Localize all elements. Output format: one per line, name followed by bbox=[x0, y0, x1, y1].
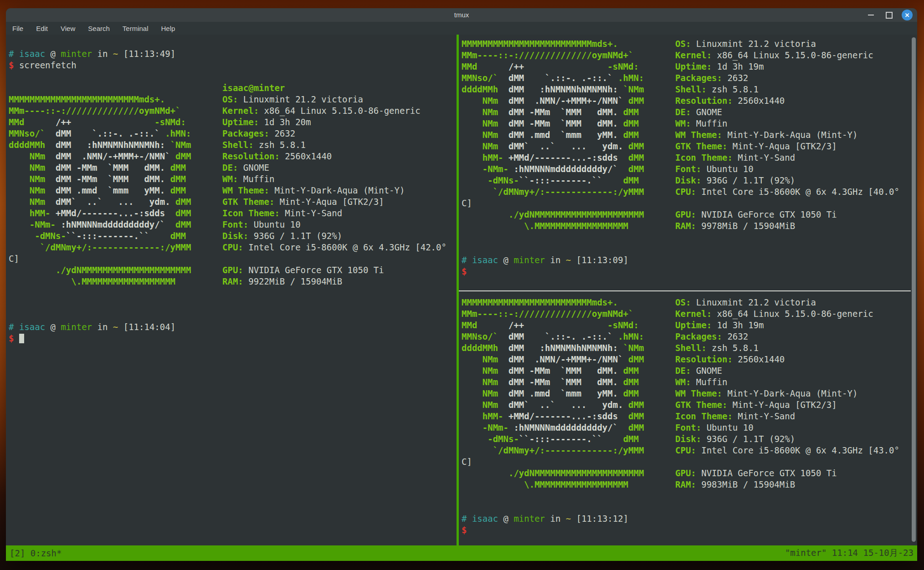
tmux-pane-right-top[interactable]: MMMMMMMMMMMMMMMMMMMMMMMMMmds+. OS: Linux… bbox=[459, 35, 917, 290]
terminal-line: # isaac @ minter in ~ [11:13:12] bbox=[462, 513, 917, 524]
terminal-line: MMMMMMMMMMMMMMMMMMMMMMMMMmds+. OS: Linux… bbox=[462, 297, 917, 308]
terminal-line bbox=[462, 490, 917, 502]
terminal-line: NMm dMM .NMN/-+MMM+-/NMN` dMM Resolution… bbox=[462, 95, 917, 107]
text-cursor bbox=[19, 334, 24, 343]
terminal-line: MMd /++ -sNMd: Uptime: 1d 3h 19m bbox=[462, 320, 917, 331]
window-title: tmux bbox=[6, 8, 917, 22]
terminal-line bbox=[9, 71, 459, 82]
terminal-line: $ bbox=[9, 333, 459, 344]
menu-bar: FileEditViewSearchTerminalHelp bbox=[6, 22, 917, 35]
terminal-line: ddddMMh dMM :hNMNMNhNMNMNh: `NMm Shell: … bbox=[462, 84, 917, 95]
terminal-line: NMm dMM .mmd `mmm yMM. dMM WM Theme: Min… bbox=[462, 129, 917, 141]
tmux-pane-left[interactable]: # isaac @ minter in ~ [11:13:49]$ screen… bbox=[6, 35, 459, 545]
terminal-line: hMM- +MMd/-------...-:sdds dMM Icon Them… bbox=[9, 208, 459, 219]
terminal-line: -dMNs-``-:::-------.`` dMM Disk: 936G / … bbox=[462, 175, 917, 186]
menu-item-view[interactable]: View bbox=[61, 25, 75, 32]
terminal-line: NMm dMM -MMm `MMM dMM. dMM DE: GNOME bbox=[462, 365, 917, 377]
menu-item-help[interactable]: Help bbox=[161, 25, 175, 32]
terminal-line: -NMm- :hNMNNNmdddddddddy/` dMM Font: Ubu… bbox=[462, 422, 917, 433]
terminal-line: -NMm- :hNMNNNmdddddddddy/` dMM Font: Ubu… bbox=[462, 163, 917, 175]
tmux-status-bar: [2] 0:zsh* "minter" 11:14 15-10月-23 bbox=[6, 545, 917, 561]
close-icon: ✕ bbox=[905, 12, 910, 19]
terminal-line: # isaac @ minter in ~ [11:13:09] bbox=[462, 254, 917, 266]
terminal-line: -NMm- :hNMNNNmdddddddddy/` dMM Font: Ubu… bbox=[9, 219, 459, 230]
title-bar[interactable]: tmux ✕ bbox=[6, 8, 917, 22]
terminal-line: $ bbox=[462, 266, 917, 277]
terminal-line bbox=[462, 502, 917, 513]
maximize-icon bbox=[886, 12, 893, 19]
terminal-line: `/dMNmy+/:-------------:/yMMM CPU: Intel… bbox=[9, 242, 459, 253]
terminal-line: ./ydNMMMMMMMMMMMMMMMMMMMMM GPU: NVIDIA G… bbox=[462, 209, 917, 220]
menu-item-search[interactable]: Search bbox=[88, 25, 110, 32]
terminal-line bbox=[9, 299, 459, 310]
terminal-line: NMm dMM .mmd `mmm yMM. dMM WM Theme: Min… bbox=[9, 185, 459, 196]
terminal-line: hMM- +MMd/-------...-:sdds dMM Icon Them… bbox=[462, 152, 917, 163]
terminal-line: `/dMNmy+/:-------------:/yMMM CPU: Intel… bbox=[462, 186, 917, 198]
terminal-line: hMM- +MMd/-------...-:sdds dMM Icon Them… bbox=[462, 411, 917, 422]
minimize-icon bbox=[868, 15, 874, 15]
terminal-line: MMd /++ -sNMd: Uptime: 1d 3h 19m bbox=[462, 61, 917, 72]
terminal-line: # isaac @ minter in ~ [11:14:04] bbox=[9, 321, 459, 333]
terminal-line bbox=[9, 287, 459, 299]
terminal-line: -dMNs-``-:::-------.`` dMM Disk: 936G / … bbox=[9, 230, 459, 242]
terminal-line: MMd /++ -sNMd: Uptime: 1d 3h 20m bbox=[9, 117, 459, 128]
terminal-line: NMm dMM -MMm `MMM dMM. dMM DE: GNOME bbox=[462, 107, 917, 118]
terminal-line: ./ydNMMMMMMMMMMMMMMMMMMMMM GPU: NVIDIA G… bbox=[462, 468, 917, 479]
terminal-line: ./ydNMMMMMMMMMMMMMMMMMMMMM GPU: NVIDIA G… bbox=[9, 265, 459, 276]
terminal-line bbox=[9, 310, 459, 321]
terminal-line: ddddMMh dMM :hNMNMNhNMNMNh: `NMm Shell: … bbox=[462, 342, 917, 354]
terminal-line: MMNso/` dMM `.::-. .-::.` .hMN: Packages… bbox=[462, 331, 917, 342]
terminal-line: MMNso/` dMM `.::-. .-::.` .hMN: Packages… bbox=[462, 72, 917, 84]
terminal-line: NMm dMM` ..` ... ydm. dMM GTK Theme: Min… bbox=[462, 141, 917, 152]
scrollbar-thumb[interactable] bbox=[912, 37, 916, 542]
terminal-line: NMm dMM` ..` ... ydm. dMM GTK Theme: Min… bbox=[9, 196, 459, 208]
terminal-line: NMm dMM .mmd `mmm yMM. dMM WM Theme: Min… bbox=[462, 388, 917, 399]
terminal-line: NMm dMM -MMm `MMM dMM. dMM DE: GNOME bbox=[9, 162, 459, 173]
terminal-line: \.MMMMMMMMMMMMMMMMMM RAM: 9922MiB / 1590… bbox=[9, 276, 459, 287]
status-session-windows: [2] 0:zsh* bbox=[10, 548, 62, 558]
minimize-button[interactable] bbox=[865, 10, 876, 20]
terminal-line: C] bbox=[9, 253, 459, 265]
terminal-window: tmux ✕ FileEditViewSearchTerminalHelp # … bbox=[6, 8, 917, 561]
terminal-line: \.MMMMMMMMMMMMMMMMMM RAM: 9983MiB / 1590… bbox=[462, 479, 917, 490]
terminal-line: MMNso/` dMM `.::-. .-::.` .hMN: Packages… bbox=[9, 128, 459, 139]
terminal-line: $ screenfetch bbox=[9, 60, 459, 71]
terminal-line: MMm----::-://////////////oymNMd+` Kernel… bbox=[462, 308, 917, 320]
terminal-line: C] bbox=[462, 456, 917, 468]
terminal-line: \.MMMMMMMMMMMMMMMMMM RAM: 9978MiB / 1590… bbox=[462, 220, 917, 232]
maximize-button[interactable] bbox=[883, 10, 894, 20]
terminal-line: MMMMMMMMMMMMMMMMMMMMMMMMMmds+. OS: Linux… bbox=[9, 94, 459, 105]
terminal-line: ddddMMh dMM :hNMNMNhNMNMNh: `NMm Shell: … bbox=[9, 139, 459, 151]
terminal-line: `/dMNmy+/:-------------:/yMMM CPU: Intel… bbox=[462, 445, 917, 456]
terminal-line: NMm dMM .NMN/-+MMM+-/NMN` dMM Resolution… bbox=[9, 151, 459, 162]
terminal-line: MMMMMMMMMMMMMMMMMMMMMMMMMmds+. OS: Linux… bbox=[462, 38, 917, 50]
terminal-line: NMm dMM .NMN/-+MMM+-/NMN` dMM Resolution… bbox=[462, 354, 917, 365]
terminal-line: isaac@minter bbox=[9, 82, 459, 94]
terminal-line: # isaac @ minter in ~ [11:13:49] bbox=[9, 48, 459, 60]
terminal-line bbox=[462, 243, 917, 254]
terminal-line: C] bbox=[462, 198, 917, 209]
status-host-clock: "minter" 11:14 15-10月-23 bbox=[785, 547, 914, 559]
terminal-line bbox=[462, 232, 917, 243]
terminal-content: # isaac @ minter in ~ [11:13:49]$ screen… bbox=[6, 35, 917, 545]
terminal-line: -dMNs-``-:::-------.`` dMM Disk: 936G / … bbox=[462, 433, 917, 445]
terminal-line: NMm dMM -MMm `MMM dMM. dMM WM: Muffin bbox=[462, 118, 917, 129]
menu-item-terminal[interactable]: Terminal bbox=[123, 25, 149, 32]
terminal-line: MMm----::-://////////////oymNMd+` Kernel… bbox=[9, 105, 459, 117]
close-button[interactable]: ✕ bbox=[902, 10, 913, 20]
tmux-pane-right-bottom[interactable]: MMMMMMMMMMMMMMMMMMMMMMMMMmds+. OS: Linux… bbox=[459, 291, 917, 545]
terminal-line: MMm----::-://////////////oymNMd+` Kernel… bbox=[462, 50, 917, 61]
menu-item-file[interactable]: File bbox=[12, 25, 23, 32]
terminal-line: NMm dMM -MMm `MMM dMM. dMM WM: Muffin bbox=[9, 173, 459, 185]
window-controls: ✕ bbox=[865, 8, 913, 22]
terminal-line: NMm dMM -MMm `MMM dMM. dMM WM: Muffin bbox=[462, 377, 917, 388]
terminal-line: $ bbox=[462, 524, 917, 536]
terminal-line: NMm dMM` ..` ... ydm. dMM GTK Theme: Min… bbox=[462, 399, 917, 411]
menu-item-edit[interactable]: Edit bbox=[36, 25, 48, 32]
